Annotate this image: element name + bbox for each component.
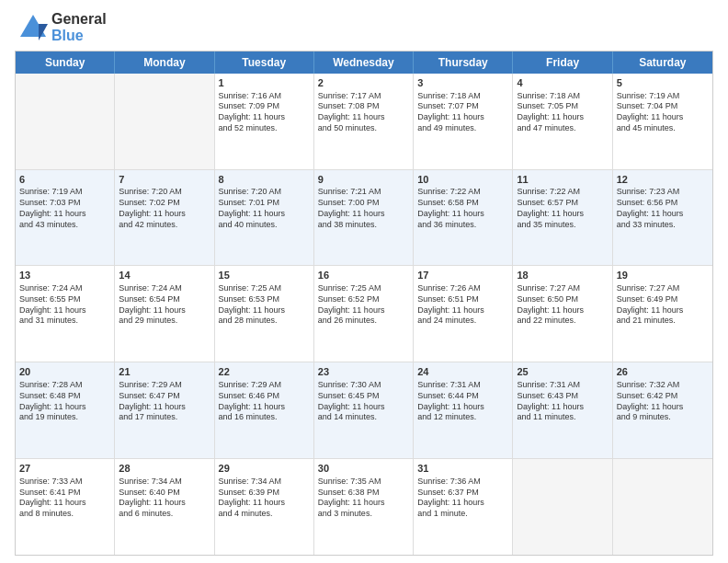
- calendar-cell: 3Sunrise: 7:18 AM Sunset: 7:07 PM Daylig…: [414, 74, 513, 169]
- calendar-cell: 12Sunrise: 7:23 AM Sunset: 6:56 PM Dayli…: [613, 170, 712, 266]
- calendar-cell: 4Sunrise: 7:18 AM Sunset: 7:05 PM Daylig…: [513, 74, 612, 169]
- header: GeneralBlue: [15, 11, 713, 45]
- day-info: Sunrise: 7:33 AM Sunset: 6:41 PM Dayligh…: [19, 477, 110, 520]
- day-info: Sunrise: 7:29 AM Sunset: 6:46 PM Dayligh…: [219, 380, 310, 423]
- calendar-cell: [513, 459, 612, 555]
- calendar-body: 1Sunrise: 7:16 AM Sunset: 7:09 PM Daylig…: [16, 74, 712, 555]
- day-number: 11: [517, 173, 608, 187]
- day-info: Sunrise: 7:22 AM Sunset: 6:57 PM Dayligh…: [517, 187, 608, 230]
- calendar-cell: 18Sunrise: 7:27 AM Sunset: 6:50 PM Dayli…: [513, 266, 612, 362]
- day-number: 23: [318, 365, 409, 379]
- day-number: 28: [119, 462, 210, 476]
- day-info: Sunrise: 7:20 AM Sunset: 7:02 PM Dayligh…: [119, 187, 210, 230]
- day-info: Sunrise: 7:18 AM Sunset: 7:07 PM Dayligh…: [417, 91, 508, 134]
- day-info: Sunrise: 7:29 AM Sunset: 6:47 PM Dayligh…: [119, 380, 210, 423]
- calendar-cell: 6Sunrise: 7:19 AM Sunset: 7:03 PM Daylig…: [16, 170, 115, 266]
- day-info: Sunrise: 7:18 AM Sunset: 7:05 PM Dayligh…: [517, 91, 608, 134]
- calendar-cell: 13Sunrise: 7:24 AM Sunset: 6:55 PM Dayli…: [16, 266, 115, 362]
- logo-blue: Blue: [51, 28, 107, 44]
- calendar-cell: 22Sunrise: 7:29 AM Sunset: 6:46 PM Dayli…: [215, 362, 314, 458]
- calendar-cell: 16Sunrise: 7:25 AM Sunset: 6:52 PM Dayli…: [314, 266, 414, 362]
- weekday-header: Sunday: [16, 52, 115, 74]
- day-info: Sunrise: 7:34 AM Sunset: 6:39 PM Dayligh…: [219, 477, 310, 520]
- day-number: 2: [318, 76, 409, 90]
- day-info: Sunrise: 7:19 AM Sunset: 7:03 PM Dayligh…: [19, 187, 110, 230]
- day-info: Sunrise: 7:24 AM Sunset: 6:55 PM Dayligh…: [19, 283, 110, 327]
- calendar-cell: 28Sunrise: 7:34 AM Sunset: 6:40 PM Dayli…: [115, 459, 214, 555]
- calendar-cell: 25Sunrise: 7:31 AM Sunset: 6:43 PM Dayli…: [513, 362, 612, 458]
- day-number: 4: [517, 76, 608, 90]
- logo-svg: [15, 11, 48, 44]
- day-number: 10: [417, 173, 508, 187]
- day-number: 24: [417, 365, 508, 379]
- calendar-header: SundayMondayTuesdayWednesdayThursdayFrid…: [16, 52, 712, 74]
- page: GeneralBlue SundayMondayTuesdayWednesday…: [0, 0, 728, 563]
- day-info: Sunrise: 7:34 AM Sunset: 6:40 PM Dayligh…: [119, 477, 210, 520]
- day-info: Sunrise: 7:31 AM Sunset: 6:43 PM Dayligh…: [517, 380, 608, 423]
- day-info: Sunrise: 7:36 AM Sunset: 6:37 PM Dayligh…: [417, 477, 508, 520]
- day-number: 8: [219, 173, 310, 187]
- day-number: 3: [417, 76, 508, 90]
- day-number: 13: [19, 269, 110, 282]
- calendar-cell: 10Sunrise: 7:22 AM Sunset: 6:58 PM Dayli…: [414, 170, 513, 266]
- calendar-row: 1Sunrise: 7:16 AM Sunset: 7:09 PM Daylig…: [16, 74, 712, 170]
- calendar-cell: [115, 74, 214, 169]
- calendar-cell: 15Sunrise: 7:25 AM Sunset: 6:53 PM Dayli…: [215, 266, 314, 362]
- logo: GeneralBlue: [15, 11, 107, 45]
- weekday-header: Monday: [115, 52, 214, 74]
- svg-marker-1: [39, 24, 48, 40]
- day-info: Sunrise: 7:17 AM Sunset: 7:08 PM Dayligh…: [318, 91, 409, 134]
- calendar-row: 20Sunrise: 7:28 AM Sunset: 6:48 PM Dayli…: [16, 362, 712, 459]
- day-number: 15: [219, 269, 310, 282]
- calendar-cell: 27Sunrise: 7:33 AM Sunset: 6:41 PM Dayli…: [16, 459, 115, 555]
- day-number: 21: [119, 365, 210, 379]
- day-info: Sunrise: 7:24 AM Sunset: 6:54 PM Dayligh…: [119, 283, 210, 327]
- logo-general: General: [51, 11, 107, 28]
- weekday-header: Tuesday: [215, 52, 314, 74]
- calendar-cell: 20Sunrise: 7:28 AM Sunset: 6:48 PM Dayli…: [16, 362, 115, 458]
- day-info: Sunrise: 7:25 AM Sunset: 6:53 PM Dayligh…: [219, 283, 310, 327]
- day-number: 29: [219, 462, 310, 476]
- day-info: Sunrise: 7:27 AM Sunset: 6:50 PM Dayligh…: [517, 283, 608, 327]
- calendar-cell: 21Sunrise: 7:29 AM Sunset: 6:47 PM Dayli…: [115, 362, 214, 458]
- calendar-cell: 30Sunrise: 7:35 AM Sunset: 6:38 PM Dayli…: [314, 459, 414, 555]
- calendar-cell: 31Sunrise: 7:36 AM Sunset: 6:37 PM Dayli…: [414, 459, 513, 555]
- day-number: 6: [19, 173, 110, 187]
- day-info: Sunrise: 7:31 AM Sunset: 6:44 PM Dayligh…: [417, 380, 508, 423]
- day-number: 16: [318, 269, 409, 282]
- day-number: 14: [119, 269, 210, 282]
- day-info: Sunrise: 7:32 AM Sunset: 6:42 PM Dayligh…: [617, 380, 709, 423]
- day-info: Sunrise: 7:30 AM Sunset: 6:45 PM Dayligh…: [318, 380, 409, 423]
- calendar-cell: [613, 459, 712, 555]
- weekday-header: Wednesday: [314, 52, 414, 74]
- calendar-cell: 26Sunrise: 7:32 AM Sunset: 6:42 PM Dayli…: [613, 362, 712, 458]
- day-number: 26: [617, 365, 709, 379]
- day-info: Sunrise: 7:35 AM Sunset: 6:38 PM Dayligh…: [318, 477, 409, 520]
- day-number: 17: [417, 269, 508, 282]
- calendar-cell: 23Sunrise: 7:30 AM Sunset: 6:45 PM Dayli…: [314, 362, 414, 458]
- day-info: Sunrise: 7:26 AM Sunset: 6:51 PM Dayligh…: [417, 283, 508, 327]
- day-info: Sunrise: 7:28 AM Sunset: 6:48 PM Dayligh…: [19, 380, 110, 423]
- calendar-cell: 7Sunrise: 7:20 AM Sunset: 7:02 PM Daylig…: [115, 170, 214, 266]
- weekday-header: Friday: [513, 52, 612, 74]
- day-number: 5: [617, 76, 709, 90]
- day-number: 12: [617, 173, 709, 187]
- calendar-cell: 9Sunrise: 7:21 AM Sunset: 7:00 PM Daylig…: [314, 170, 414, 266]
- calendar-cell: 5Sunrise: 7:19 AM Sunset: 7:04 PM Daylig…: [613, 74, 712, 169]
- day-number: 20: [19, 365, 110, 379]
- day-number: 7: [119, 173, 210, 187]
- day-number: 18: [517, 269, 608, 282]
- day-number: 31: [417, 462, 508, 476]
- day-info: Sunrise: 7:20 AM Sunset: 7:01 PM Dayligh…: [219, 187, 310, 230]
- calendar-cell: [16, 74, 115, 169]
- calendar-cell: 11Sunrise: 7:22 AM Sunset: 6:57 PM Dayli…: [513, 170, 612, 266]
- calendar-row: 6Sunrise: 7:19 AM Sunset: 7:03 PM Daylig…: [16, 170, 712, 267]
- calendar-cell: 19Sunrise: 7:27 AM Sunset: 6:49 PM Dayli…: [613, 266, 712, 362]
- day-number: 1: [219, 76, 310, 90]
- calendar-row: 27Sunrise: 7:33 AM Sunset: 6:41 PM Dayli…: [16, 459, 712, 555]
- day-info: Sunrise: 7:27 AM Sunset: 6:49 PM Dayligh…: [617, 283, 709, 327]
- day-info: Sunrise: 7:19 AM Sunset: 7:04 PM Dayligh…: [617, 91, 709, 134]
- day-number: 30: [318, 462, 409, 476]
- day-number: 19: [617, 269, 709, 282]
- calendar-cell: 29Sunrise: 7:34 AM Sunset: 6:39 PM Dayli…: [215, 459, 314, 555]
